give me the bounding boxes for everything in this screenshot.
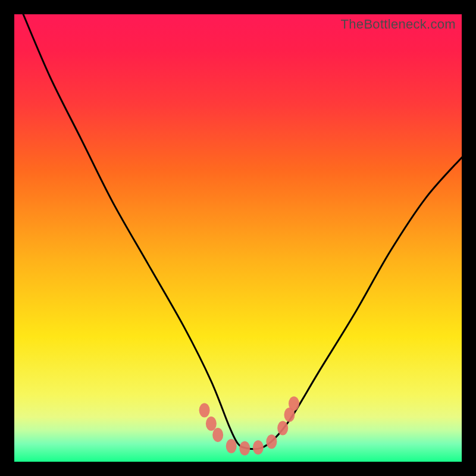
curve-marker <box>226 439 237 453</box>
curve-marker <box>199 403 210 418</box>
curve-marker <box>206 416 217 431</box>
curve-marker <box>253 440 264 455</box>
curve-marker <box>212 428 223 442</box>
curve-marker <box>277 421 288 436</box>
curve-markers <box>199 396 299 455</box>
plot-area: TheBottleneck.com <box>14 14 462 462</box>
curve-marker <box>239 441 250 455</box>
curve-line <box>23 14 462 449</box>
curve-marker <box>289 396 299 411</box>
bottleneck-curve <box>14 14 462 462</box>
chart-frame: TheBottleneck.com <box>0 0 476 476</box>
curve-marker <box>266 434 277 449</box>
